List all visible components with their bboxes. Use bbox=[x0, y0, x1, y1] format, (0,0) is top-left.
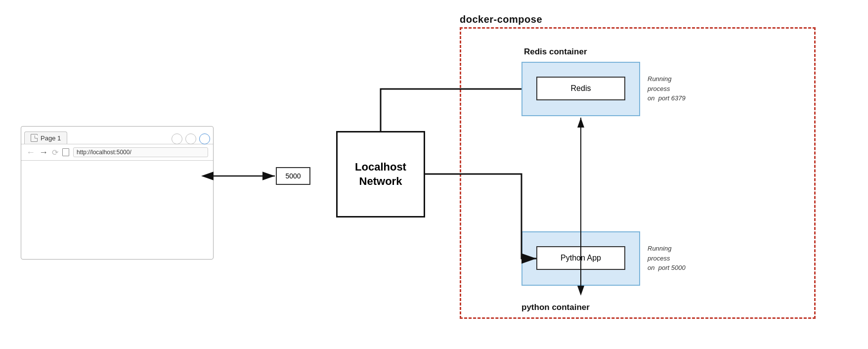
network-box: LocalhostNetwork bbox=[336, 131, 425, 218]
circle-2 bbox=[185, 133, 196, 144]
docker-compose-label: docker-compose bbox=[460, 14, 542, 25]
redis-container-label: Redis container bbox=[524, 47, 587, 57]
circle-3 bbox=[199, 133, 210, 144]
port-box: 5000 bbox=[276, 167, 310, 185]
refresh-button[interactable]: ⟳ bbox=[52, 148, 58, 157]
python-running-text: Runningprocesson port 5000 bbox=[648, 244, 686, 273]
back-button[interactable]: ← bbox=[26, 148, 35, 157]
address-bar-icon bbox=[62, 148, 69, 156]
tab-label: Page 1 bbox=[41, 134, 61, 142]
redis-inner-box: Redis bbox=[536, 77, 625, 100]
browser-tab[interactable]: Page 1 bbox=[24, 131, 67, 144]
browser-tab-bar: Page 1 bbox=[21, 127, 213, 144]
browser-circles bbox=[172, 133, 210, 144]
forward-button[interactable]: → bbox=[39, 148, 48, 157]
python-inner-box: Python App bbox=[536, 246, 625, 270]
address-bar[interactable] bbox=[73, 147, 208, 157]
redis-label: Redis bbox=[571, 84, 591, 93]
circle-1 bbox=[172, 133, 182, 144]
redis-running-text: Runningprocesson port 6379 bbox=[648, 74, 686, 103]
browser-content bbox=[21, 161, 213, 241]
port-label: 5000 bbox=[285, 172, 301, 180]
browser-window: Page 1 ← → ⟳ bbox=[21, 126, 214, 260]
network-label: LocalhostNetwork bbox=[355, 160, 406, 188]
python-container-label: python container bbox=[521, 303, 590, 312]
diagram-container: Page 1 ← → ⟳ 5000 LocalhostNetwork d bbox=[0, 0, 868, 349]
browser-toolbar: ← → ⟳ bbox=[21, 144, 213, 161]
page-icon bbox=[31, 134, 38, 142]
python-app-label: Python App bbox=[561, 254, 601, 262]
